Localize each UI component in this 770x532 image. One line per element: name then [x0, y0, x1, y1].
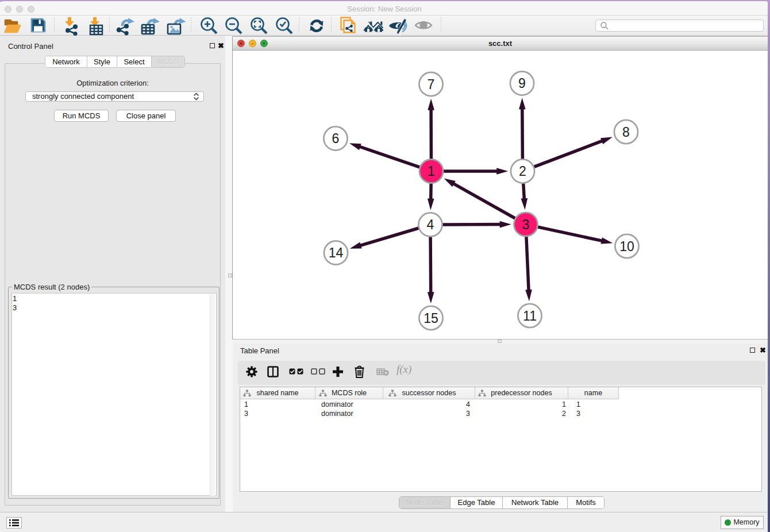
- svg-text:6: 6: [332, 131, 340, 146]
- svg-text:9: 9: [518, 76, 526, 91]
- svg-text:14: 14: [329, 245, 344, 260]
- svg-text:4: 4: [427, 217, 434, 232]
- svg-text:15: 15: [424, 311, 438, 326]
- svg-text:7: 7: [428, 77, 435, 92]
- svg-text:2: 2: [519, 164, 526, 179]
- svg-text:3: 3: [522, 217, 530, 232]
- svg-text:11: 11: [523, 309, 537, 323]
- svg-text:1: 1: [428, 164, 435, 179]
- svg-text:10: 10: [619, 239, 634, 254]
- svg-text:8: 8: [622, 125, 630, 140]
